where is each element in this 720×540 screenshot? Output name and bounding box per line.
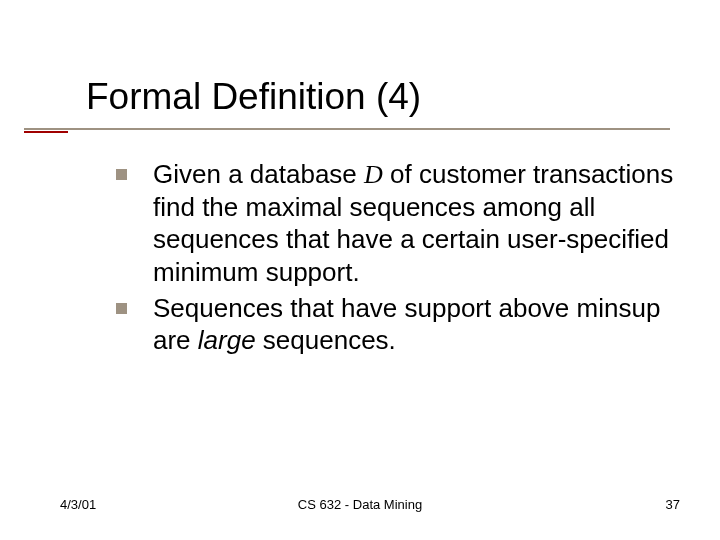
footer-course: CS 632 - Data Mining [0,497,720,512]
square-bullet-icon [116,169,127,180]
slide: Formal Definition (4) Given a database D… [0,0,720,540]
content-area: Given a database D of customer transacti… [116,158,678,360]
title-underline-long [24,128,670,130]
bullet-item: Given a database D of customer transacti… [116,158,678,288]
footer-page-number: 37 [666,497,680,512]
bullet-text: Given a database D of customer transacti… [153,158,678,288]
text-fragment: sequences. [256,325,396,355]
page-title: Formal Definition (4) [86,76,680,118]
math-symbol: D [364,160,383,189]
text-fragment: Given a database [153,159,364,189]
title-underline-accent [24,131,68,133]
bullet-text: Sequences that have support above minsup… [153,292,678,356]
bullet-item: Sequences that have support above minsup… [116,292,678,356]
title-wrap: Formal Definition (4) [86,76,680,118]
square-bullet-icon [116,303,127,314]
italic-term: large [198,325,256,355]
